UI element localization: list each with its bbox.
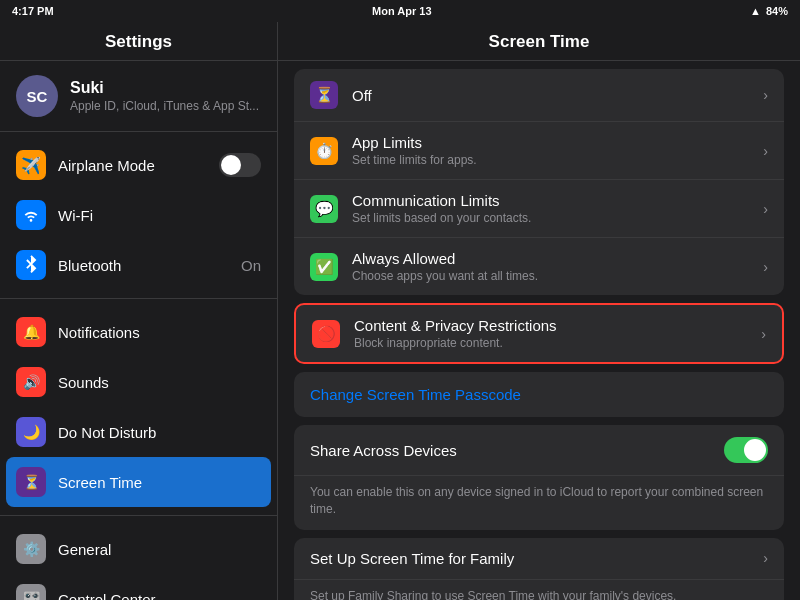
sounds-icon: 🔊 (16, 367, 46, 397)
contentprivacy-icon: 🚫 (312, 320, 340, 348)
content-privacy-section: 🚫 Content & Privacy Restrictions Block i… (294, 303, 784, 364)
controlcenter-label: Control Center (58, 591, 261, 601)
screentime-label: Screen Time (58, 474, 261, 491)
right-panel: Screen Time ⏳ Off › ⏱️ App Limits S (278, 22, 800, 600)
airplane-toggle[interactable] (219, 153, 261, 177)
sidebar-item-general[interactable]: ⚙️ General (0, 524, 277, 574)
sounds-label: Sounds (58, 374, 261, 391)
sidebar-item-controlcenter[interactable]: 🎛️ Control Center (0, 574, 277, 600)
donotdisturb-label: Do Not Disturb (58, 424, 261, 441)
share-toggle-thumb (744, 439, 766, 461)
share-toggle[interactable] (724, 437, 768, 463)
applimits-label: App Limits (352, 134, 763, 151)
general-icon: ⚙️ (16, 534, 46, 564)
main-layout: Settings SC Suki Apple ID, iCloud, iTune… (0, 22, 800, 600)
commlimits-sub: Set limits based on your contacts. (352, 211, 763, 225)
alwaysallowed-chevron: › (763, 259, 768, 275)
family-sub: Set up Family Sharing to use Screen Time… (294, 580, 784, 600)
off-icon: ⏳ (310, 81, 338, 109)
right-title: Screen Time (278, 22, 800, 61)
right-section-main: ⏳ Off › ⏱️ App Limits Set time limits fo… (294, 69, 784, 295)
share-section: Share Across Devices You can enable this… (294, 425, 784, 530)
right-item-alwaysallowed[interactable]: ✅ Always Allowed Choose apps you want at… (294, 238, 784, 295)
alwaysallowed-text: Always Allowed Choose apps you want at a… (352, 250, 763, 283)
commlimits-label: Communication Limits (352, 192, 763, 209)
sidebar-item-screentime[interactable]: ⏳ Screen Time (6, 457, 271, 507)
svg-line-1 (27, 264, 31, 268)
airplane-label: Airplane Mode (58, 157, 219, 174)
status-right: ▲ 84% (750, 5, 788, 17)
applimits-icon: ⏱️ (310, 137, 338, 165)
right-item-off[interactable]: ⏳ Off › (294, 69, 784, 122)
wifi-icon (16, 200, 46, 230)
donotdisturb-icon: 🌙 (16, 417, 46, 447)
sidebar-title: Settings (0, 22, 277, 61)
contentprivacy-chevron: › (761, 326, 766, 342)
commlimits-chevron: › (763, 201, 768, 217)
sidebar-items: ✈️ Airplane Mode Wi-Fi (0, 132, 277, 600)
sidebar-group-2: 🔔 Notifications 🔊 Sounds 🌙 Do Not Distur… (0, 299, 277, 516)
contentprivacy-sub: Block inappropriate content. (354, 336, 761, 350)
screentime-icon: ⏳ (16, 467, 46, 497)
battery-label: 84% (766, 5, 788, 17)
wifi-icon: ▲ (750, 5, 761, 17)
contentprivacy-text: Content & Privacy Restrictions Block ina… (354, 317, 761, 350)
applimits-text: App Limits Set time limits for apps. (352, 134, 763, 167)
family-section: Set Up Screen Time for Family › Set up F… (294, 538, 784, 600)
profile-info: Suki Apple ID, iCloud, iTunes & App St..… (70, 79, 259, 113)
sidebar-item-airplane[interactable]: ✈️ Airplane Mode (0, 140, 277, 190)
bluetooth-value: On (241, 257, 261, 274)
svg-line-0 (27, 260, 31, 264)
bluetooth-icon (16, 250, 46, 280)
family-row[interactable]: Set Up Screen Time for Family › (294, 538, 784, 580)
alwaysallowed-sub: Choose apps you want at all times. (352, 269, 763, 283)
right-item-commlimits[interactable]: 💬 Communication Limits Set limits based … (294, 180, 784, 238)
status-date: Mon Apr 13 (372, 5, 432, 17)
right-content: ⏳ Off › ⏱️ App Limits Set time limits fo… (278, 61, 800, 600)
avatar: SC (16, 75, 58, 117)
status-bar: 4:17 PM Mon Apr 13 ▲ 84% (0, 0, 800, 22)
share-row: Share Across Devices (294, 425, 784, 476)
applimits-sub: Set time limits for apps. (352, 153, 763, 167)
alwaysallowed-icon: ✅ (310, 253, 338, 281)
passcode-section: Change Screen Time Passcode (294, 372, 784, 417)
share-sub: You can enable this on any device signed… (294, 476, 784, 530)
sidebar-group-3: ⚙️ General 🎛️ Control Center ☀️ Display … (0, 516, 277, 600)
bluetooth-label: Bluetooth (58, 257, 241, 274)
commlimits-text: Communication Limits Set limits based on… (352, 192, 763, 225)
controlcenter-icon: 🎛️ (16, 584, 46, 600)
sidebar: Settings SC Suki Apple ID, iCloud, iTune… (0, 22, 278, 600)
status-time: 4:17 PM (12, 5, 54, 17)
change-passcode-button[interactable]: Change Screen Time Passcode (294, 372, 784, 417)
general-label: General (58, 541, 261, 558)
off-chevron: › (763, 87, 768, 103)
airplane-toggle-thumb (221, 155, 241, 175)
alwaysallowed-label: Always Allowed (352, 250, 763, 267)
profile-name: Suki (70, 79, 259, 97)
commlimits-icon: 💬 (310, 195, 338, 223)
applimits-chevron: › (763, 143, 768, 159)
sidebar-item-bluetooth[interactable]: Bluetooth On (0, 240, 277, 290)
profile-sub: Apple ID, iCloud, iTunes & App St... (70, 99, 259, 113)
off-text: Off (352, 87, 763, 104)
family-chevron: › (763, 550, 768, 566)
off-label: Off (352, 87, 763, 104)
sidebar-item-donotdisturb[interactable]: 🌙 Do Not Disturb (0, 407, 277, 457)
wifi-label: Wi-Fi (58, 207, 261, 224)
sidebar-item-notifications[interactable]: 🔔 Notifications (0, 307, 277, 357)
right-item-applimits[interactable]: ⏱️ App Limits Set time limits for apps. … (294, 122, 784, 180)
family-label: Set Up Screen Time for Family (310, 550, 763, 567)
contentprivacy-label: Content & Privacy Restrictions (354, 317, 761, 334)
sidebar-item-wifi[interactable]: Wi-Fi (0, 190, 277, 240)
notifications-icon: 🔔 (16, 317, 46, 347)
profile-row[interactable]: SC Suki Apple ID, iCloud, iTunes & App S… (0, 61, 277, 132)
sidebar-group-1: ✈️ Airplane Mode Wi-Fi (0, 132, 277, 299)
sidebar-item-sounds[interactable]: 🔊 Sounds (0, 357, 277, 407)
airplane-icon: ✈️ (16, 150, 46, 180)
share-label: Share Across Devices (310, 442, 724, 459)
right-item-contentprivacy[interactable]: 🚫 Content & Privacy Restrictions Block i… (296, 305, 782, 362)
notifications-label: Notifications (58, 324, 261, 341)
